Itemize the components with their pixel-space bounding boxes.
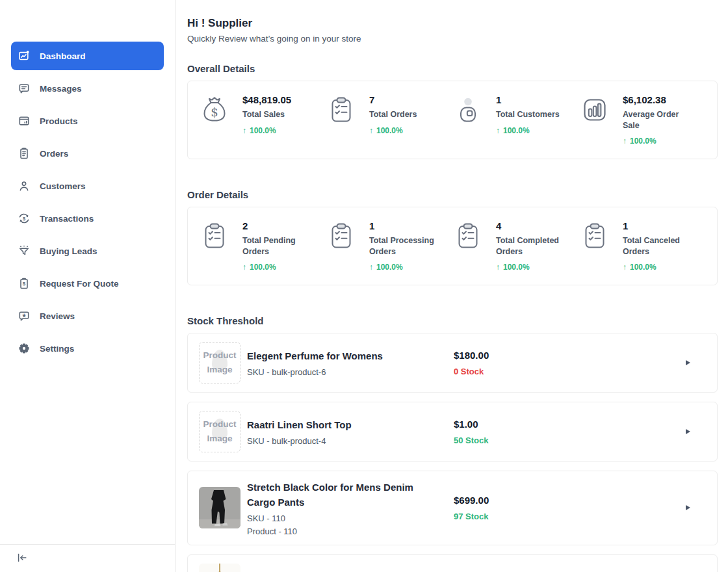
stat-total-sales: $48,819.05 Total Sales ↑100.0% [199,94,326,146]
sidebar-item-messages[interactable]: Messages [11,74,164,103]
stat-growth: ↑100.0% [369,126,417,135]
clipboard-check-icon [579,220,610,254]
stat-value: 2 [242,220,315,231]
products-icon [18,114,31,127]
growth-value: 100.0% [503,126,530,135]
stat-average-order-sale: $6,102.38 Average Order Sale ↑100.0% [579,94,706,146]
placeholder-label: Product Image [200,417,240,445]
clipboard-check-icon [452,220,484,254]
customers-icon [18,179,31,192]
growth-value: 100.0% [376,263,403,272]
growth-arrow-icon: ↑ [496,126,500,135]
sidebar-item-settings[interactable]: Settings [11,334,164,363]
product-info: Elegent Perfume for Womens SKU - bulk-pr… [247,348,454,376]
stat-label: Average Order Sale [623,109,696,131]
growth-value: 100.0% [630,263,656,272]
stat-label: Total Orders [369,109,417,120]
product-row-pentos-chandelier[interactable]: Pentos 5-Light Aged Brass Acrylic [187,554,718,572]
sidebar-item-dashboard[interactable]: Dashboard [11,42,164,70]
sidebar-item-products[interactable]: Products [11,107,164,135]
product-id: Product - 110 [247,526,454,536]
clipboard-check-icon [199,220,230,254]
collapse-sidebar-button[interactable] [16,551,29,566]
stat-growth: ↑100.0% [242,126,291,135]
sidebar-item-label: Settings [40,344,74,354]
stat-total-processing-orders: 1 Total Processing Orders ↑100.0% [326,220,452,272]
order-details-card: 2 Total Pending Orders ↑100.0% 1 Total P… [187,207,718,285]
product-image-placeholder: Product Image [199,342,240,384]
product-price: $180.00 [454,350,489,361]
product-row-raatri-linen-top[interactable]: Product Image Raatri Linen Short Top SKU… [187,402,718,462]
growth-value: 100.0% [503,263,530,272]
stat-label: Total Customers [496,109,560,120]
reviews-icon [18,309,31,322]
product-row-cargo-pants[interactable]: Stretch Black Color for Mens Denim Cargo… [187,471,718,545]
product-sku: SKU - 110 [247,514,454,523]
sidebar-item-label: Transactions [40,214,94,224]
chevron-right-icon[interactable] [686,429,690,434]
customer-icon [452,94,484,128]
stat-label: Total Processing Orders [369,235,442,257]
page-title: Hi ! Supplier [187,17,718,30]
product-sku: SKU - bulk-product-4 [247,436,454,446]
product-stock-badge: 97 Stock [454,512,489,521]
growth-arrow-icon: ↑ [623,263,627,272]
stat-label: Total Pending Orders [242,235,315,257]
stat-growth: ↑100.0% [623,263,696,272]
cargo-pants-photo [199,487,240,528]
clipboard-check-icon [326,220,357,254]
sidebar-item-buying-leads[interactable]: Buying Leads [11,237,164,265]
stat-total-completed-orders: 4 Total Completed Orders ↑100.0% [452,220,579,272]
growth-value: 100.0% [250,263,276,272]
chandelier-photo [199,564,240,572]
growth-arrow-icon: ↑ [369,126,373,135]
product-name: Elegent Perfume for Womens [247,348,442,363]
stat-total-orders: 7 Total Orders ↑100.0% [326,94,452,146]
stat-total-canceled-orders: 1 Total Canceled Orders ↑100.0% [579,220,706,272]
sidebar-item-label: Messages [40,84,82,94]
sidebar-item-label: Products [40,116,78,126]
request-for-quote-icon [18,277,31,290]
money-bag-icon [199,94,230,128]
stat-value: 1 [496,94,560,105]
orders-icon [18,147,31,160]
product-pricing: $1.00 50 Stock [454,419,488,445]
sidebar-item-label: Customers [40,181,86,191]
sidebar-item-label: Reviews [40,311,75,321]
messages-icon [18,82,31,95]
product-price: $1.00 [454,419,488,430]
stock-threshold-heading: Stock Threshold [187,315,718,326]
stat-value: $6,102.38 [623,94,696,105]
page-subtitle: Quickly Review what’s going on in your s… [187,34,718,44]
stat-value: 1 [369,220,442,231]
product-row-elegent-perfume[interactable]: Product Image Elegent Perfume for Womens… [187,333,718,393]
bar-chart-icon [579,94,610,128]
stat-value: $48,819.05 [242,94,291,105]
stat-total-customers: 1 Total Customers ↑100.0% [452,94,579,146]
product-info: Raatri Linen Short Top SKU - bulk-produc… [247,417,454,445]
chevron-right-icon[interactable] [686,505,690,510]
stat-value: 1 [623,220,696,231]
stat-label: Total Sales [242,109,291,120]
sidebar-item-label: Request For Quote [40,279,119,289]
sidebar: Dashboard Messages Products Orders Custo… [0,0,176,572]
growth-value: 100.0% [630,136,656,146]
product-sku: SKU - bulk-product-6 [247,367,454,377]
placeholder-label: Product Image [200,348,240,376]
product-pricing: $180.00 0 Stock [454,350,489,376]
growth-arrow-icon: ↑ [242,263,246,272]
chevron-right-icon[interactable] [686,360,690,365]
growth-arrow-icon: ↑ [242,126,246,135]
growth-arrow-icon: ↑ [623,136,627,146]
sidebar-item-label: Dashboard [40,51,86,61]
stat-growth: ↑100.0% [496,263,569,272]
sidebar-item-transactions[interactable]: Transactions [11,204,164,233]
sidebar-item-orders[interactable]: Orders [11,139,164,168]
sidebar-item-customers[interactable]: Customers [11,172,164,200]
sidebar-item-reviews[interactable]: Reviews [11,302,164,330]
sidebar-footer [0,544,175,572]
sidebar-item-request-for-quote[interactable]: Request For Quote [11,269,164,298]
stat-label: Total Completed Orders [496,235,569,257]
stat-value: 7 [369,94,417,105]
stat-growth: ↑100.0% [496,126,560,135]
